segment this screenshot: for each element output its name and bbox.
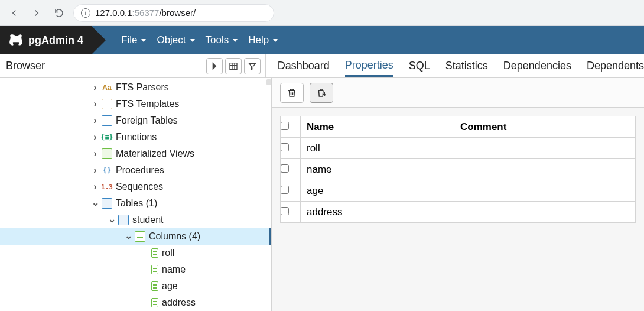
- column-icon: [151, 265, 158, 274]
- scrollbar-icon[interactable]: [266, 79, 271, 85]
- url-text: 127.0.0.1:56377/browser/: [95, 8, 196, 18]
- properties-panel: Name Comment roll name age address: [272, 78, 644, 311]
- menu-help[interactable]: Help: [248, 34, 278, 46]
- column-icon: [151, 298, 158, 307]
- table-row[interactable]: roll: [281, 138, 636, 159]
- tree-fts-templates[interactable]: FTS Templates: [0, 96, 271, 112]
- sequences-icon: 1.3: [102, 182, 112, 192]
- query-tool-button[interactable]: [206, 58, 223, 74]
- back-button[interactable]: [6, 5, 22, 21]
- filter-button[interactable]: [244, 58, 261, 74]
- tree-column-name[interactable]: name: [0, 261, 271, 278]
- table-row[interactable]: age: [281, 180, 636, 202]
- tree-materialized-views[interactable]: Materialized Views: [0, 145, 271, 162]
- tree-foreign-tables[interactable]: Foreign Tables: [0, 112, 271, 129]
- header-name[interactable]: Name: [301, 116, 454, 138]
- tab-sql[interactable]: SQL: [409, 56, 430, 76]
- table-row[interactable]: name: [281, 159, 636, 180]
- tree-column-roll[interactable]: roll: [0, 245, 271, 261]
- object-tree: AaFTS Parsers FTS Templates Foreign Tabl…: [0, 78, 272, 311]
- header-comment[interactable]: Comment: [454, 116, 636, 138]
- panel-header: Browser Dashboard Properties SQL Statist…: [0, 54, 644, 78]
- menu-tools[interactable]: Tools: [206, 34, 238, 46]
- tab-properties[interactable]: Properties: [345, 56, 393, 77]
- table-row[interactable]: address: [281, 202, 636, 223]
- tree-fts-parsers[interactable]: AaFTS Parsers: [0, 79, 271, 96]
- app-top-bar: pgAdmin 4 File Object Tools Help: [0, 26, 644, 54]
- browser-chrome: i 127.0.0.1:56377/browser/: [0, 0, 644, 26]
- tree-column-age[interactable]: age: [0, 278, 271, 294]
- address-bar[interactable]: i 127.0.0.1:56377/browser/: [73, 4, 274, 22]
- select-all-checkbox[interactable]: [281, 122, 289, 130]
- column-icon: [151, 281, 158, 291]
- browser-panel-title: Browser: [6, 60, 45, 72]
- svg-rect-0: [230, 63, 237, 69]
- row-checkbox[interactable]: [281, 143, 289, 151]
- tables-icon: [102, 198, 112, 209]
- app-title: pgAdmin 4: [28, 34, 83, 47]
- tab-bar: Dashboard Properties SQL Statistics Depe…: [266, 54, 644, 77]
- view-data-button[interactable]: [225, 58, 242, 74]
- drop-cascade-button[interactable]: [310, 83, 333, 103]
- tree-procedures[interactable]: {}Procedures: [0, 162, 271, 179]
- column-icon: [151, 248, 158, 258]
- fts-parsers-icon: Aa: [102, 82, 112, 93]
- functions-icon: {≡}: [102, 132, 112, 142]
- tree-table-student[interactable]: student: [0, 212, 271, 228]
- materialized-views-icon: [102, 148, 112, 159]
- tree-tables[interactable]: Tables (1): [0, 195, 271, 212]
- fts-templates-icon: [102, 99, 112, 109]
- row-checkbox[interactable]: [281, 186, 289, 194]
- delete-button[interactable]: [280, 83, 304, 103]
- row-checkbox[interactable]: [281, 207, 289, 215]
- table-icon: [118, 215, 129, 225]
- row-checkbox[interactable]: [281, 164, 289, 173]
- forward-button[interactable]: [28, 5, 45, 21]
- tab-dashboard[interactable]: Dashboard: [278, 56, 330, 76]
- foreign-tables-icon: [102, 115, 112, 126]
- tab-dependents[interactable]: Dependents: [587, 56, 644, 76]
- site-info-icon[interactable]: i: [81, 8, 90, 18]
- app-brand: pgAdmin 4: [0, 26, 92, 54]
- elephant-logo-icon: [8, 33, 24, 48]
- tree-functions[interactable]: {≡}Functions: [0, 129, 271, 145]
- tab-statistics[interactable]: Statistics: [445, 56, 488, 76]
- reload-button[interactable]: [51, 5, 67, 21]
- menu-object[interactable]: Object: [157, 34, 194, 46]
- tree-sequences[interactable]: 1.3Sequences: [0, 179, 271, 195]
- columns-icon: [135, 231, 145, 242]
- properties-toolbar: [272, 78, 644, 108]
- tab-dependencies[interactable]: Dependencies: [503, 56, 571, 76]
- tree-column-address[interactable]: address: [0, 294, 271, 311]
- columns-grid: Name Comment roll name age address: [280, 116, 636, 223]
- main-area: AaFTS Parsers FTS Templates Foreign Tabl…: [0, 78, 644, 311]
- main-menu: File Object Tools Help: [121, 34, 278, 46]
- menu-file[interactable]: File: [121, 34, 146, 46]
- procedures-icon: {}: [102, 165, 112, 176]
- tree-columns[interactable]: Columns (4): [0, 228, 271, 245]
